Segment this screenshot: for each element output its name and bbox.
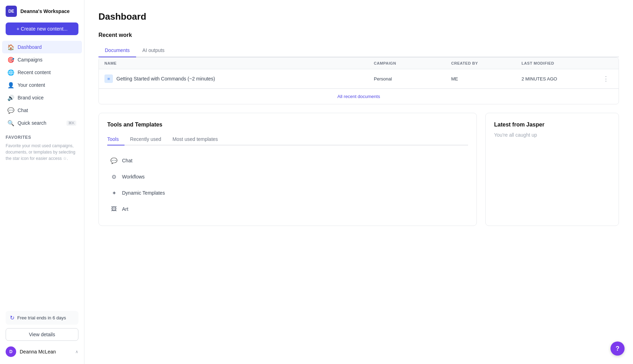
sidebar-item-quick-search[interactable]: 🔍 Quick search ⌘K xyxy=(2,117,82,129)
workspace-avatar: DE xyxy=(6,6,17,17)
doc-name-cell: ≡ Getting Started with Commands (~2 minu… xyxy=(104,74,374,83)
sidebar: DE Deanna's Workspace + Create new conte… xyxy=(0,0,84,364)
caught-up-message: You're all caught up xyxy=(494,132,610,138)
your-content-icon: 👤 xyxy=(8,82,14,88)
latest-from-jasper-panel: Latest from Jasper You're all caught up xyxy=(485,113,619,226)
workflows-icon: ⚙ xyxy=(110,173,118,181)
tool-chat[interactable]: 💬 Chat xyxy=(107,152,468,169)
avatar: D xyxy=(6,346,16,357)
page-title: Dashboard xyxy=(98,11,619,22)
help-button[interactable]: ? xyxy=(610,342,625,356)
tool-art-label: Art xyxy=(122,206,128,212)
workspace-header[interactable]: DE Deanna's Workspace xyxy=(0,0,84,22)
recent-work-title: Recent work xyxy=(98,32,619,38)
favorites-section: Favorites Favorite your most used campai… xyxy=(0,129,84,164)
col-campaign: CAMPAIGN xyxy=(374,61,451,65)
table-header: NAME CAMPAIGN CREATED BY LAST MODIFIED xyxy=(99,58,619,69)
tool-dynamic-templates-label: Dynamic Templates xyxy=(122,190,165,196)
tab-ai-outputs[interactable]: AI outputs xyxy=(136,44,171,57)
view-details-button[interactable]: View details xyxy=(6,328,78,341)
sidebar-item-label: Quick search xyxy=(18,120,46,126)
sidebar-item-label: Campaigns xyxy=(18,57,43,63)
brand-voice-icon: 🔊 xyxy=(8,95,14,101)
sidebar-item-campaigns[interactable]: 🎯 Campaigns xyxy=(2,53,82,66)
doc-name: Getting Started with Commands (~2 minute… xyxy=(116,76,215,82)
jasper-panel-title: Latest from Jasper xyxy=(494,122,610,128)
sidebar-item-label: Brand voice xyxy=(18,95,44,100)
favorites-title: Favorites xyxy=(6,135,78,140)
doc-created-by: ME xyxy=(451,76,522,82)
chat-tool-icon: 💬 xyxy=(110,157,118,164)
chevron-up-icon: ∧ xyxy=(75,349,78,354)
dynamic-templates-icon: ✦ xyxy=(110,189,118,197)
table-row[interactable]: ≡ Getting Started with Commands (~2 minu… xyxy=(99,69,619,89)
trial-icon: ↻ xyxy=(10,314,14,321)
main-content: Dashboard Recent work Documents AI outpu… xyxy=(84,0,633,364)
recent-work-section: Recent work Documents AI outputs NAME CA… xyxy=(98,32,619,104)
user-row[interactable]: D Deanna McLean ∧ xyxy=(6,345,78,358)
sidebar-item-label: Dashboard xyxy=(18,44,42,50)
tools-panel-title: Tools and Templates xyxy=(107,122,468,128)
art-icon: 🖼 xyxy=(110,205,118,213)
tab-documents[interactable]: Documents xyxy=(98,44,136,57)
tool-workflows-label: Workflows xyxy=(122,174,145,180)
search-icon: 🔍 xyxy=(8,120,14,126)
favorites-hint: Favorite your most used campaigns, docum… xyxy=(6,143,78,162)
campaigns-icon: 🎯 xyxy=(8,57,14,63)
dashboard-icon: 🏠 xyxy=(8,44,14,50)
tab-most-used-templates[interactable]: Most used templates xyxy=(167,134,223,145)
trial-message: Free trial ends in 6 days xyxy=(17,315,66,320)
shortcut-badge: ⌘K xyxy=(66,121,76,126)
trial-banner: ↻ Free trial ends in 6 days xyxy=(6,311,78,325)
col-created-by: CREATED BY xyxy=(451,61,522,65)
tab-recently-used[interactable]: Recently used xyxy=(124,134,167,145)
workspace-name: Deanna's Workspace xyxy=(20,8,70,14)
col-actions xyxy=(599,61,613,65)
all-recent-documents-link[interactable]: All recent documents xyxy=(99,89,619,104)
sidebar-item-chat[interactable]: 💬 Chat xyxy=(2,104,82,117)
sidebar-item-dashboard[interactable]: 🏠 Dashboard xyxy=(2,41,82,53)
col-last-modified: LAST MODIFIED xyxy=(522,61,599,65)
tool-dynamic-templates[interactable]: ✦ Dynamic Templates xyxy=(107,185,468,201)
sidebar-item-label: Chat xyxy=(18,108,28,113)
row-more-button[interactable]: ⋮ xyxy=(599,74,613,83)
user-name: Deanna McLean xyxy=(20,349,56,355)
bottom-panels: Tools and Templates Tools Recently used … xyxy=(98,113,619,226)
chat-icon: 💬 xyxy=(8,107,14,113)
tool-chat-label: Chat xyxy=(122,158,133,163)
tool-workflows[interactable]: ⚙ Workflows xyxy=(107,169,468,185)
documents-table: NAME CAMPAIGN CREATED BY LAST MODIFIED ≡… xyxy=(98,57,619,104)
tools-and-templates-panel: Tools and Templates Tools Recently used … xyxy=(98,113,477,226)
sidebar-nav: 🏠 Dashboard 🎯 Campaigns 🌐 Recent content… xyxy=(0,41,84,129)
sidebar-item-label: Your content xyxy=(18,82,45,88)
sidebar-item-brand-voice[interactable]: 🔊 Brand voice xyxy=(2,91,82,104)
recent-work-tabs: Documents AI outputs xyxy=(98,44,619,57)
sidebar-item-your-content[interactable]: 👤 Your content xyxy=(2,79,82,91)
tools-tabs: Tools Recently used Most used templates xyxy=(107,134,468,145)
tool-art[interactable]: 🖼 Art xyxy=(107,201,468,217)
document-icon: ≡ xyxy=(104,74,113,83)
doc-last-modified: 2 MINUTES AGO xyxy=(522,76,599,82)
sidebar-item-recent-content[interactable]: 🌐 Recent content xyxy=(2,66,82,79)
recent-content-icon: 🌐 xyxy=(8,69,14,76)
create-new-content-button[interactable]: + Create new content... xyxy=(6,22,78,35)
tab-tools[interactable]: Tools xyxy=(107,134,124,145)
sidebar-bottom: ↻ Free trial ends in 6 days View details… xyxy=(0,305,84,364)
col-name: NAME xyxy=(104,61,374,65)
doc-campaign: Personal xyxy=(374,76,451,82)
sidebar-item-label: Recent content xyxy=(18,70,51,75)
